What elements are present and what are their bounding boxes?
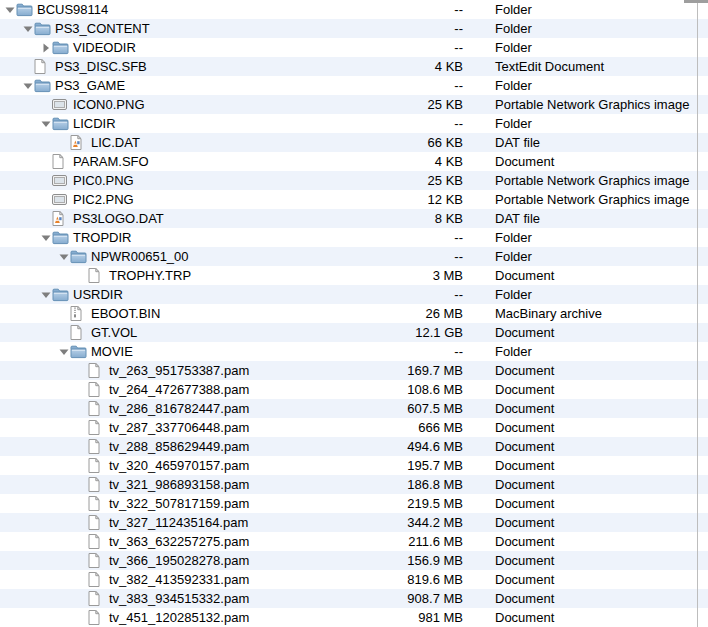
disclosure-triangle-icon[interactable] — [21, 19, 34, 38]
dat-file-icon — [52, 209, 72, 228]
disclosure-triangle-icon[interactable] — [39, 228, 52, 247]
file-size: 908.7 MB — [343, 589, 463, 608]
file-kind: Document — [495, 152, 554, 171]
column-divider[interactable] — [697, 0, 698, 627]
file-size: 12 KB — [343, 190, 463, 209]
document-icon — [88, 551, 108, 570]
file-size: -- — [343, 342, 463, 361]
twisty-spacer — [75, 570, 88, 589]
file-kind: DAT file — [495, 133, 540, 152]
file-row[interactable]: PIC0.PNG25 KBPortable Network Graphics i… — [0, 171, 708, 190]
file-size: 981 MB — [343, 608, 463, 627]
file-row[interactable]: tv_451_120285132.pam981 MBDocument — [0, 608, 708, 627]
file-row[interactable]: tv_287_337706448.pam666 MBDocument — [0, 418, 708, 437]
file-row[interactable]: tv_263_951753387.pam169.7 MBDocument — [0, 361, 708, 380]
file-row[interactable]: MOVIE--Folder — [0, 342, 708, 361]
twisty-spacer — [75, 513, 88, 532]
document-icon — [88, 437, 108, 456]
file-row[interactable]: tv_288_858629449.pam494.6 MBDocument — [0, 437, 708, 456]
disclosure-triangle-icon[interactable] — [57, 342, 70, 361]
file-row[interactable]: ICON0.PNG25 KBPortable Network Graphics … — [0, 95, 708, 114]
file-list[interactable]: BCUS98114--Folder PS3_CONTENT--Folder VI… — [0, 0, 708, 627]
file-name: EBOOT.BIN — [90, 304, 160, 323]
disclosure-triangle-icon[interactable] — [3, 0, 16, 19]
file-row[interactable]: PS3_CONTENT--Folder — [0, 19, 708, 38]
document-icon — [70, 323, 90, 342]
file-size: -- — [343, 19, 463, 38]
file-name: tv_288_858629449.pam — [108, 437, 249, 456]
file-size: -- — [343, 114, 463, 133]
file-row[interactable]: tv_327_112435164.pam344.2 MBDocument — [0, 513, 708, 532]
file-kind: Document — [495, 437, 554, 456]
file-kind: Folder — [495, 0, 532, 19]
file-name: tv_263_951753387.pam — [108, 361, 249, 380]
file-row[interactable]: tv_286_816782447.pam607.5 MBDocument — [0, 399, 708, 418]
file-size: -- — [343, 285, 463, 304]
document-icon — [88, 418, 108, 437]
twisty-spacer — [75, 361, 88, 380]
file-row[interactable]: tv_321_986893158.pam186.8 MBDocument — [0, 475, 708, 494]
document-icon — [88, 494, 108, 513]
folder-icon — [52, 38, 72, 57]
file-name: PIC0.PNG — [72, 171, 134, 190]
file-kind: Folder — [495, 247, 532, 266]
folder-icon — [34, 76, 54, 95]
file-name: PS3_CONTENT — [54, 19, 150, 38]
file-row[interactable]: GT.VOL12.1 GBDocument — [0, 323, 708, 342]
file-kind: Folder — [495, 228, 532, 247]
file-row[interactable]: PARAM.SFO4 KBDocument — [0, 152, 708, 171]
file-row[interactable]: tv_322_507817159.pam219.5 MBDocument — [0, 494, 708, 513]
disclosure-triangle-icon[interactable] — [39, 285, 52, 304]
file-kind: MacBinary archive — [495, 304, 602, 323]
file-row[interactable]: VIDEODIR--Folder — [0, 38, 708, 57]
file-row[interactable]: tv_363_632257275.pam211.6 MBDocument — [0, 532, 708, 551]
disclosure-triangle-icon[interactable] — [39, 114, 52, 133]
file-row[interactable]: tv_383_934515332.pam908.7 MBDocument — [0, 589, 708, 608]
file-row[interactable]: LICDIR--Folder — [0, 114, 708, 133]
file-kind: Document — [495, 418, 554, 437]
file-name: TROPHY.TRP — [108, 266, 191, 285]
file-row[interactable]: tv_264_472677388.pam108.6 MBDocument — [0, 380, 708, 399]
file-row[interactable]: PS3_GAME--Folder — [0, 76, 708, 95]
file-name: PS3_DISC.SFB — [54, 57, 147, 76]
file-row[interactable]: USRDIR--Folder — [0, 285, 708, 304]
file-kind: Folder — [495, 38, 532, 57]
file-size: -- — [343, 38, 463, 57]
file-name: tv_286_816782447.pam — [108, 399, 249, 418]
file-size: 3 MB — [343, 266, 463, 285]
file-size: 26 MB — [343, 304, 463, 323]
file-name: BCUS98114 — [36, 0, 108, 19]
file-row[interactable]: PIC2.PNG12 KBPortable Network Graphics i… — [0, 190, 708, 209]
file-row[interactable]: NPWR00651_00--Folder — [0, 247, 708, 266]
file-row[interactable]: tv_320_465970157.pam195.7 MBDocument — [0, 456, 708, 475]
twisty-spacer — [39, 209, 52, 228]
file-row[interactable]: BCUS98114--Folder — [0, 0, 708, 19]
disclosure-triangle-icon[interactable] — [39, 38, 52, 57]
file-kind: Document — [495, 570, 554, 589]
file-size: 607.5 MB — [343, 399, 463, 418]
file-name: NPWR00651_00 — [90, 247, 189, 266]
file-name: USRDIR — [72, 285, 123, 304]
file-name: tv_366_195028278.pam — [108, 551, 249, 570]
file-size: 108.6 MB — [343, 380, 463, 399]
file-row[interactable]: LIC.DAT66 KBDAT file — [0, 133, 708, 152]
twisty-spacer — [75, 418, 88, 437]
disclosure-triangle-icon[interactable] — [57, 247, 70, 266]
file-kind: Document — [495, 532, 554, 551]
file-row[interactable]: PS3LOGO.DAT8 KBDAT file — [0, 209, 708, 228]
file-row[interactable]: TROPHY.TRP3 MBDocument — [0, 266, 708, 285]
file-kind: TextEdit Document — [495, 57, 604, 76]
file-row[interactable]: PS3_DISC.SFB4 KBTextEdit Document — [0, 57, 708, 76]
file-row[interactable]: EBOOT.BIN26 MBMacBinary archive — [0, 304, 708, 323]
file-kind: Document — [495, 475, 554, 494]
file-kind: Portable Network Graphics image — [495, 190, 689, 209]
twisty-spacer — [75, 437, 88, 456]
file-row[interactable]: tv_366_195028278.pam156.9 MBDocument — [0, 551, 708, 570]
document-icon — [88, 456, 108, 475]
file-row[interactable]: TROPDIR--Folder — [0, 228, 708, 247]
disclosure-triangle-icon[interactable] — [21, 76, 34, 95]
file-size: -- — [343, 76, 463, 95]
file-row[interactable]: tv_382_413592331.pam819.6 MBDocument — [0, 570, 708, 589]
document-icon — [88, 513, 108, 532]
file-kind: Document — [495, 380, 554, 399]
